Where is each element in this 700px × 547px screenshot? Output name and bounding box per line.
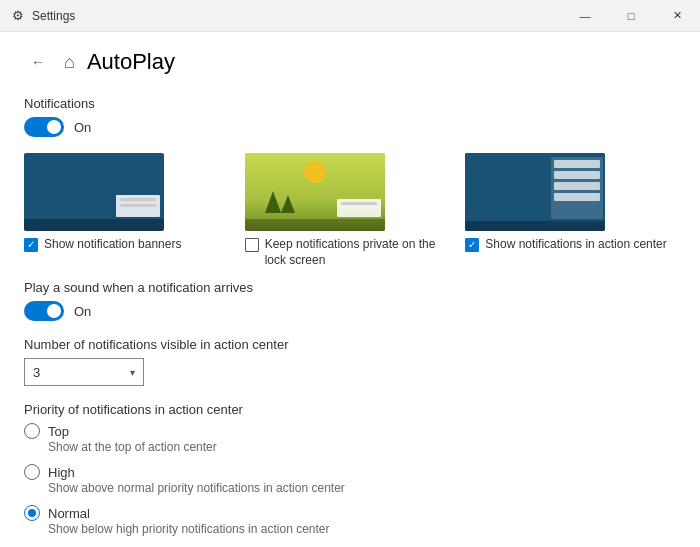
- notif-line-1: [120, 198, 156, 201]
- ac-taskbar: [465, 221, 605, 231]
- radio-high-label: High: [48, 465, 75, 480]
- visible-count-section: Number of notifications visible in actio…: [24, 337, 676, 386]
- window-title: Settings: [32, 9, 75, 23]
- lock-notif-line: [341, 202, 377, 205]
- ac-checkbox-text: Show notifications in action center: [485, 237, 666, 253]
- notification-previews: Show notification banners: [24, 153, 676, 268]
- banner-checkbox[interactable]: [24, 238, 38, 252]
- titlebar: ⚙ Settings — □ ✕: [0, 0, 700, 32]
- ac-item-1: [554, 160, 600, 168]
- banner-preview-item: Show notification banners: [24, 153, 235, 268]
- lock-checkbox[interactable]: [245, 238, 259, 252]
- ac-item-2: [554, 171, 600, 179]
- radio-normal: Normal Show below high priority notifica…: [24, 505, 676, 536]
- radio-high-circle[interactable]: [24, 464, 40, 480]
- notifications-toggle-label: On: [74, 120, 91, 135]
- radio-normal-desc: Show below high priority notifications i…: [48, 522, 676, 536]
- radio-normal-label: Normal: [48, 506, 90, 521]
- landscape-tree-1: [265, 191, 281, 213]
- landscape-notif: [337, 199, 381, 217]
- home-icon[interactable]: ⌂: [64, 52, 75, 73]
- priority-section: Priority of notifications in action cent…: [24, 402, 676, 546]
- titlebar-controls: — □ ✕: [562, 0, 700, 32]
- settings-window: ⚙ Settings — □ ✕ ← ⌂ AutoPlay Notificati…: [0, 0, 700, 547]
- lock-checkbox-text: Keep notifications private on the lock s…: [265, 237, 456, 268]
- landscape-sky: [245, 153, 385, 231]
- back-button[interactable]: ←: [24, 48, 52, 76]
- ac-panel: [551, 157, 603, 219]
- notifications-toggle-row: On: [24, 117, 676, 137]
- ac-item-4: [554, 193, 600, 201]
- minimize-button[interactable]: —: [562, 0, 608, 32]
- banner-checkbox-label[interactable]: Show notification banners: [24, 237, 181, 253]
- main-panel: ← ⌂ AutoPlay Notifications On: [0, 32, 700, 547]
- radio-top: Top Show at the top of action center: [24, 423, 676, 454]
- visible-count-dropdown[interactable]: 3 ▾: [24, 358, 144, 386]
- visible-count-label: Number of notifications visible in actio…: [24, 337, 676, 352]
- sound-toggle-label: On: [74, 304, 91, 319]
- radio-top-desc: Show at the top of action center: [48, 440, 676, 454]
- titlebar-left: ⚙ Settings: [12, 8, 75, 23]
- ac-preview-image: [465, 153, 605, 231]
- desktop-mock-1: [24, 153, 164, 231]
- sound-toggle-row: On: [24, 301, 676, 321]
- radio-normal-circle[interactable]: [24, 505, 40, 521]
- radio-top-row[interactable]: Top: [24, 423, 676, 439]
- priority-label: Priority of notifications in action cent…: [24, 402, 676, 417]
- radio-normal-row[interactable]: Normal: [24, 505, 676, 521]
- ac-checkbox[interactable]: [465, 238, 479, 252]
- action-center-mock: [465, 153, 605, 231]
- radio-high: High Show above normal priority notifica…: [24, 464, 676, 495]
- dropdown-value: 3: [33, 365, 40, 380]
- ac-checkbox-label[interactable]: Show notifications in action center: [465, 237, 666, 253]
- notif-line-2: [120, 204, 156, 207]
- sound-section: Play a sound when a notification arrives…: [24, 280, 676, 321]
- notifications-toggle[interactable]: [24, 117, 64, 137]
- ac-item-3: [554, 182, 600, 190]
- lock-preview-item: Keep notifications private on the lock s…: [245, 153, 456, 268]
- maximize-button[interactable]: □: [608, 0, 654, 32]
- radio-high-desc: Show above normal priority notifications…: [48, 481, 676, 495]
- landscape-sun: [304, 161, 326, 183]
- page-header: ← ⌂ AutoPlay: [24, 48, 676, 76]
- notification-banner-mock: [116, 195, 160, 217]
- lock-preview-image: [245, 153, 385, 231]
- settings-icon: ⚙: [12, 8, 24, 23]
- priority-radio-group: Top Show at the top of action center Hig…: [24, 423, 676, 546]
- landscape-tree-2: [281, 195, 295, 213]
- sound-label: Play a sound when a notification arrives: [24, 280, 676, 295]
- radio-top-circle[interactable]: [24, 423, 40, 439]
- sound-toggle[interactable]: [24, 301, 64, 321]
- radio-top-label: Top: [48, 424, 69, 439]
- lock-checkbox-label[interactable]: Keep notifications private on the lock s…: [245, 237, 456, 268]
- page-title: AutoPlay: [87, 49, 175, 75]
- taskbar-1: [24, 219, 164, 231]
- banner-preview-image: [24, 153, 164, 231]
- radio-high-row[interactable]: High: [24, 464, 676, 480]
- close-button[interactable]: ✕: [654, 0, 700, 32]
- lock-taskbar: [245, 219, 385, 231]
- chevron-down-icon: ▾: [130, 367, 135, 378]
- ac-preview-item: Show notifications in action center: [465, 153, 676, 268]
- banner-checkbox-text: Show notification banners: [44, 237, 181, 253]
- content: ← ⌂ AutoPlay Notifications On: [0, 32, 700, 547]
- notifications-label: Notifications: [24, 96, 676, 111]
